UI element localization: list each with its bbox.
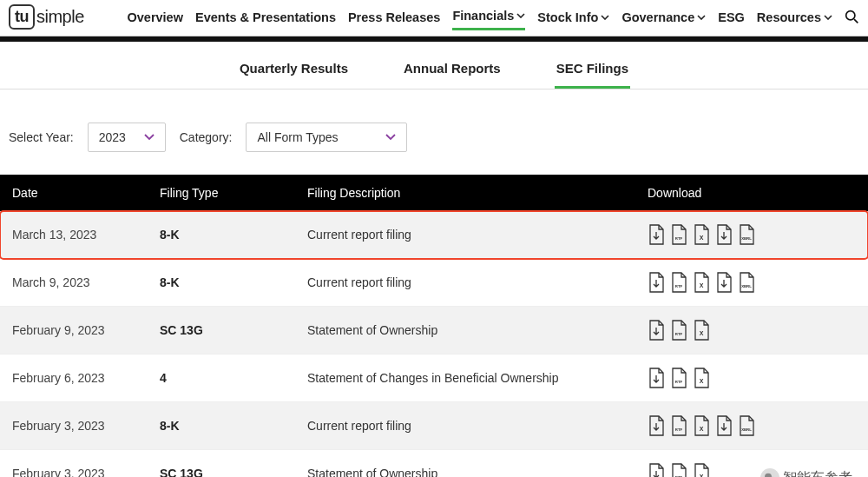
logo-box: tu (9, 4, 35, 30)
cell-date: March 9, 2023 (0, 259, 148, 307)
svg-text:XBRL: XBRL (741, 284, 752, 288)
nav-item-resources[interactable]: Resources (757, 5, 832, 30)
wechat-icon (760, 468, 779, 477)
chevron-down-icon (697, 15, 706, 20)
logo[interactable]: tu simple (9, 4, 84, 30)
x-download-icon[interactable]: X (693, 320, 710, 341)
cell-description: Statement of Changes in Beneficial Owner… (295, 354, 635, 402)
nav-item-label: ESG (718, 10, 745, 24)
xbrl-download-icon[interactable]: XBRL (738, 224, 755, 245)
rtf-download-icon[interactable]: RTF (670, 224, 687, 245)
svg-point-0 (846, 11, 855, 20)
doc-download-icon[interactable] (715, 272, 733, 293)
rtf-download-icon[interactable]: RTF (670, 368, 687, 388)
pdf-download-icon[interactable] (648, 415, 665, 436)
cell-download: RTFXXBRL (635, 211, 868, 259)
chevron-down-icon (385, 134, 396, 141)
cell-filing-type: SC 13G (148, 307, 295, 354)
svg-line-1 (854, 19, 858, 23)
year-select[interactable]: 2023 (88, 123, 166, 152)
cell-date: February 9, 2023 (0, 307, 148, 354)
cell-description: Statement of Ownership (295, 450, 635, 478)
cell-description: Current report filing (295, 211, 635, 259)
chevron-down-icon (516, 13, 525, 18)
nav-links: OverviewEvents & PresentationsPress Rele… (127, 3, 859, 30)
filings-table: Date Filing Type Filing Description Down… (0, 175, 868, 477)
header-desc: Filing Description (295, 175, 635, 211)
nav-item-press-releases[interactable]: Press Releases (348, 5, 440, 30)
cell-download: RTFXXBRL (635, 259, 868, 307)
nav-item-esg[interactable]: ESG (718, 5, 745, 30)
cell-description: Current report filing (295, 259, 635, 307)
category-label: Category: (180, 130, 233, 144)
xbrl-download-icon[interactable]: XBRL (738, 415, 755, 436)
category-select[interactable]: All Form Types (246, 123, 407, 152)
rtf-download-icon[interactable]: RTF (670, 320, 687, 341)
x-download-icon[interactable]: X (693, 272, 710, 293)
header-type: Filing Type (148, 175, 295, 211)
svg-text:X: X (700, 235, 704, 241)
nav-item-label: Press Releases (348, 10, 440, 24)
chevron-down-icon (601, 15, 609, 20)
nav-item-stock-info[interactable]: Stock Info (537, 5, 609, 30)
x-download-icon[interactable]: X (693, 415, 710, 436)
year-label: Select Year: (9, 130, 74, 144)
table-row: March 9, 20238-KCurrent report filingRTF… (0, 259, 868, 307)
cell-download: RTFX (635, 354, 868, 402)
category-value: All Form Types (257, 130, 338, 144)
cell-download: RTFXXBRL (635, 402, 868, 450)
x-download-icon[interactable]: X (693, 224, 710, 245)
download-icons: RTFX (648, 368, 856, 388)
pdf-download-icon[interactable] (648, 368, 665, 388)
nav-item-label: Financials (452, 9, 514, 23)
x-download-icon[interactable]: X (693, 368, 710, 388)
cell-filing-type: SC 13G (148, 450, 295, 478)
nav-item-events-presentations[interactable]: Events & Presentations (195, 5, 336, 30)
subtab-annual-reports[interactable]: Annual Reports (402, 54, 503, 89)
nav-item-label: Overview (127, 10, 183, 24)
xbrl-download-icon[interactable]: XBRL (738, 272, 755, 293)
table-header-row: Date Filing Type Filing Description Down… (0, 175, 868, 211)
cell-date: February 6, 2023 (0, 354, 148, 402)
table-row: March 13, 20238-KCurrent report filingRT… (0, 211, 868, 259)
filters-row: Select Year: 2023 Category: All Form Typ… (0, 89, 868, 175)
table-row: February 9, 2023SC 13GStatement of Owner… (0, 307, 868, 354)
logo-text: simple (36, 7, 84, 27)
watermark-text: 智能车参考 (783, 469, 852, 478)
rtf-download-icon[interactable]: RTF (670, 463, 687, 477)
table-row: February 3, 20238-KCurrent report filing… (0, 402, 868, 450)
svg-text:X: X (700, 282, 704, 288)
svg-text:RTF: RTF (675, 380, 683, 384)
download-icons: RTFXXBRL (648, 415, 856, 436)
pdf-download-icon[interactable] (648, 463, 665, 477)
svg-text:XBRL: XBRL (741, 427, 752, 432)
rtf-download-icon[interactable]: RTF (670, 272, 687, 293)
subtab-quarterly-results[interactable]: Quarterly Results (238, 54, 350, 89)
nav-item-financials[interactable]: Financials (452, 3, 525, 30)
rtf-download-icon[interactable]: RTF (670, 415, 687, 436)
download-icons: RTFXXBRL (648, 224, 856, 245)
cell-filing-type: 4 (148, 354, 295, 402)
cell-download: RTFX (635, 307, 868, 354)
pdf-download-icon[interactable] (648, 320, 665, 341)
subtab-sec-filings[interactable]: SEC Filings (555, 54, 630, 89)
header-download: Download (635, 175, 868, 211)
header-date: Date (0, 175, 148, 211)
svg-text:RTF: RTF (675, 284, 683, 288)
search-icon[interactable] (845, 10, 859, 24)
doc-download-icon[interactable] (715, 224, 733, 245)
nav-item-overview[interactable]: Overview (127, 5, 183, 30)
download-icons: RTFXXBRL (648, 272, 856, 293)
svg-text:X: X (700, 426, 704, 432)
cell-description: Current report filing (295, 402, 635, 450)
watermark: 智能车参考 (760, 468, 852, 477)
pdf-download-icon[interactable] (648, 224, 665, 245)
pdf-download-icon[interactable] (648, 272, 665, 293)
x-download-icon[interactable]: X (693, 463, 710, 477)
cell-filing-type: 8-K (148, 211, 295, 259)
doc-download-icon[interactable] (715, 415, 733, 436)
cell-date: February 3, 2023 (0, 402, 148, 450)
nav-item-governance[interactable]: Governance (621, 5, 706, 30)
svg-text:RTF: RTF (675, 236, 683, 241)
table-row: February 6, 20234Statement of Changes in… (0, 354, 868, 402)
